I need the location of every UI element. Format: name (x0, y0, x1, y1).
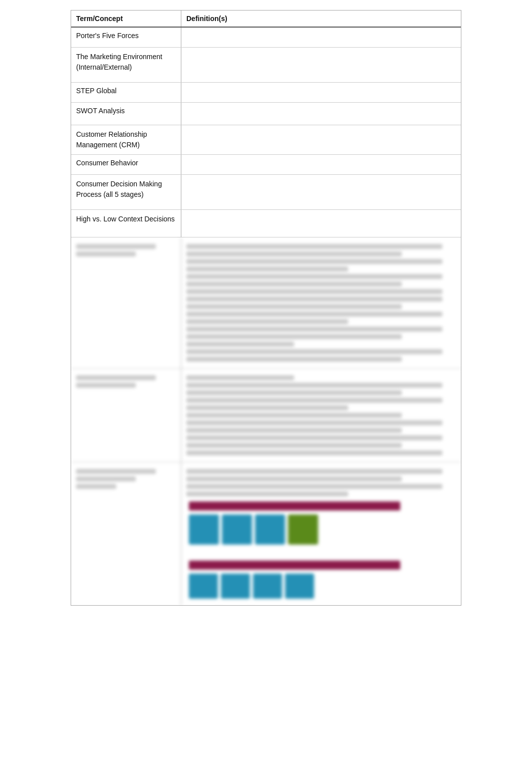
term-marketing-env: The Marketing Environment (Internal/Exte… (71, 48, 181, 82)
table-row-blurred-2 (71, 369, 461, 462)
term-swot: SWOT Analysis (71, 103, 181, 125)
def-high-low (181, 210, 461, 237)
diagram-box-sm (285, 574, 314, 599)
term-blurred-2 (71, 369, 181, 462)
diagram-bar-top-1 (189, 501, 400, 510)
term-consumer-decision: Consumer Decision Making Process (all 5 … (71, 175, 181, 209)
diagram-box (189, 514, 219, 545)
def-blurred-3 (181, 462, 461, 605)
def-swot (181, 103, 461, 125)
def-step (181, 83, 461, 102)
header-term: Term/Concept (71, 11, 181, 27)
def-blurred-1 (181, 237, 461, 368)
def-crm (181, 125, 461, 154)
table-row: The Marketing Environment (Internal/Exte… (71, 48, 461, 83)
table-row-blurred-1 (71, 237, 461, 369)
table-row: Consumer Behavior (71, 155, 461, 175)
table-row: Customer Relationship Management (CRM) (71, 125, 461, 155)
main-table: Term/Concept Definition(s) Porter's Five… (71, 10, 461, 606)
diagram-boxes-2 (189, 574, 453, 599)
table-header: Term/Concept Definition(s) (71, 11, 461, 28)
term-blurred-1 (71, 237, 181, 368)
def-consumer-decision (181, 175, 461, 209)
diagram-boxes-1 (189, 514, 453, 545)
term-crm: Customer Relationship Management (CRM) (71, 125, 181, 154)
table-row: STEP Global (71, 83, 461, 103)
def-porters (181, 28, 461, 47)
page-container: Term/Concept Definition(s) Porter's Five… (0, 0, 532, 626)
diagram-box-sm (253, 574, 282, 599)
term-porters: Porter's Five Forces (71, 28, 181, 47)
term-consumer-behavior: Consumer Behavior (71, 155, 181, 174)
diagram-bar-bottom-2 (189, 561, 400, 570)
diagram-1 (186, 499, 456, 553)
table-row: Consumer Decision Making Process (all 5 … (71, 175, 461, 210)
table-row: SWOT Analysis (71, 103, 461, 125)
table-row-blurred-3 (71, 462, 461, 605)
diagram-box-green (288, 514, 318, 545)
term-high-low: High vs. Low Context Decisions (71, 210, 181, 237)
header-definition: Definition(s) (181, 11, 461, 27)
def-marketing-env (181, 48, 461, 82)
table-row: Porter's Five Forces (71, 28, 461, 48)
term-blurred-3 (71, 462, 181, 605)
diagram-box (222, 514, 252, 545)
diagram-2 (186, 558, 456, 601)
def-consumer-behavior (181, 155, 461, 174)
table-row: High vs. Low Context Decisions (71, 210, 461, 237)
term-step: STEP Global (71, 83, 181, 102)
diagram-box-sm (221, 574, 250, 599)
def-blurred-2 (181, 369, 461, 462)
diagram-box-sm (189, 574, 218, 599)
diagram-box (255, 514, 285, 545)
